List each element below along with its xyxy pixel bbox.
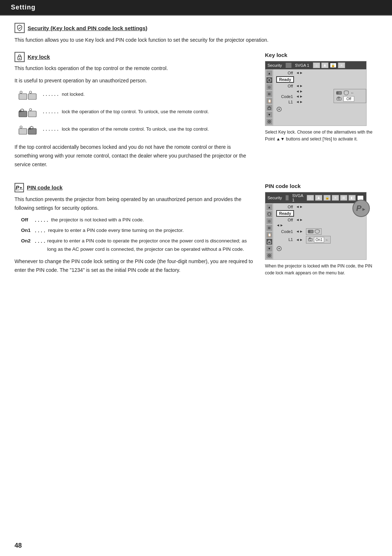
menu-row-off2: Off ◄► (276, 84, 363, 88)
menu-value-ready: Ready (276, 76, 294, 83)
pin-options-list: Off ..... the projector is not locked wi… (21, 216, 254, 254)
svg-point-41 (278, 248, 280, 249)
menu-icon-list: ≡ (338, 62, 345, 68)
pin-menu-body: ▲ ◎ ⊞ 📋 ▼ Off (265, 203, 366, 259)
keylock-icon-row-2: ...... lock the operation of the top con… (18, 107, 254, 120)
pin-key-on1: On1 (21, 226, 32, 235)
pin-menu-icon-5: ⊞ (340, 195, 347, 201)
pin-submenu-inline (306, 228, 322, 235)
svg-rect-35 (308, 230, 313, 233)
pin-menu-icons-bar: ⌂ ♟ 🔒 ≡ ⊞ ◧ P► (307, 195, 364, 201)
svg-point-1 (19, 58, 20, 59)
svg-rect-15 (19, 128, 27, 134)
keylock-icon-row-1: ...... not locked. (18, 90, 254, 103)
menu-arrow-3: ◄► (296, 89, 303, 93)
pin-menu-security-label: Security (268, 196, 282, 200)
page-header: Setting (0, 0, 392, 15)
pin-dots-on2: .... (34, 237, 45, 254)
menu-label-l1: L1 (276, 100, 294, 104)
sidebar-icon-2 (266, 77, 272, 83)
pin-sidebar-icon-3: ◎ (266, 218, 272, 224)
pin-desc-off: the projector is not locked with a PIN c… (51, 216, 144, 224)
remote-lock-icon (18, 125, 37, 138)
keylock-body3: If the top control accidentally becomes … (15, 143, 254, 169)
menu-arrow-1: ◄► (296, 71, 303, 75)
pin-desc-on2: require to enter a PIN code to operate t… (47, 237, 254, 254)
keylock-title-text: Key lock (28, 54, 50, 60)
keylock-caption: Select Key lock. Choose one of the alter… (265, 129, 377, 143)
menu-row-ready: Ready (276, 76, 363, 83)
pin-menu-row-off2: Off ◄► (276, 218, 363, 222)
submenu-dash: ← (351, 91, 354, 95)
menu-signal-label: SVGA 1 (295, 63, 309, 68)
pin-menu-label-off2: Off (276, 218, 294, 222)
pin-menu-icon-2: ♟ (315, 195, 322, 201)
pin-menu-row-code1: Code1 ◄► (276, 228, 363, 235)
svg-rect-32 (268, 241, 271, 244)
svg-point-6 (29, 91, 32, 93)
menu-label-code1: Code1 (276, 94, 294, 99)
pin-menu-header-bar: Security SVGA 1 ⌂ ♟ 🔒 ≡ ⊞ ◧ P► (265, 192, 366, 203)
svg-rect-11 (19, 110, 21, 112)
svg-point-16 (20, 126, 22, 128)
sidebar-icon-8 (266, 119, 272, 124)
sidebar-icon-1: ▲ (266, 70, 272, 76)
menu-icon1 (286, 63, 291, 68)
menu-icon-home: ⌂ (313, 62, 320, 68)
pin-dots-on1: .... (34, 226, 46, 235)
submenu-row-icon: ← (336, 90, 364, 95)
remote-lock-desc: ...... lock the operation of the remote … (42, 125, 209, 133)
svg-rect-22 (268, 107, 271, 110)
svg-rect-25 (336, 91, 342, 94)
not-locked-desc: ...... not locked. (42, 90, 85, 98)
pin-menu-row-circle (276, 246, 363, 252)
page-number: 48 (15, 542, 22, 549)
pin-menu-label-l1: L1 (276, 237, 294, 242)
svg-point-13 (29, 109, 32, 111)
pin-badge-overlay: P► (352, 200, 370, 217)
keylock-menu-screenshot: Security SVGA 1 ⌂ ♟ 🔒 ≡ ▲ ◎ (265, 61, 367, 126)
pin-menu-arrow-5: ◄► (296, 238, 303, 242)
menu-security-label: Security (268, 63, 282, 68)
menu-icon-person: ♟ (321, 62, 328, 68)
pin-option-on1: On1 .... require to enter a PIN code eve… (21, 226, 254, 235)
svg-point-34 (269, 255, 270, 256)
pin-body: This function prevents the projector fro… (15, 195, 254, 213)
menu-body: ▲ ◎ ⊞ 📋 ▼ (265, 69, 366, 126)
pin-title-text: PIN code lock (27, 184, 62, 191)
pin-menu-icon-3: 🔒 (323, 195, 331, 201)
keylock-body1: This function locks operation of the top… (15, 64, 254, 73)
pin-sidebar-icon-1: ▲ (266, 204, 272, 210)
pin-key-off: Off (21, 216, 32, 224)
pin-right-title: PIN code lock (265, 183, 377, 189)
keylock-icon-list: ...... not locked. (18, 90, 254, 138)
pin-sidebar-icon-8 (266, 253, 272, 258)
sidebar-icon-5: 📋 (266, 98, 272, 104)
top-lock-icon (18, 107, 37, 120)
pin-menu-screenshot: Security SVGA 1 ⌂ ♟ 🔒 ≡ ⊞ ◧ P► ▲ (265, 192, 367, 260)
pin-sidebar-icon-2 (266, 211, 272, 217)
pin-menu-main-area: Off ◄► Ready Off ◄► ◄► Code1 (273, 203, 366, 259)
top-lock-desc: ...... lock the operation of the top con… (42, 107, 209, 116)
not-locked-icon (18, 90, 37, 103)
security-section-title: Security (Key lock and PIN code lock set… (15, 23, 377, 33)
pin-menu-label-code1: Code1 (276, 229, 294, 234)
menu-icon-lock-active: 🔒 (330, 62, 337, 68)
pin-option-off: Off ..... the projector is not locked wi… (21, 216, 254, 224)
svg-rect-2 (19, 94, 27, 99)
pin-submenu-on1: On1 ← (306, 236, 331, 244)
header-title: Setting (11, 4, 36, 11)
submenu-off-value: Off (343, 96, 354, 102)
menu-main-area: Off ◄► Ready Off ◄► ◄► Code (273, 69, 366, 126)
pin-menu-row-l1: L1 ◄► On1 ← (276, 236, 363, 244)
submenu-row-off: Off (336, 96, 364, 102)
pin-sidebar-icon-7: ▼ (266, 246, 272, 252)
pin-desc-on1: require to enter a PIN code every time t… (48, 226, 184, 235)
svg-point-24 (269, 121, 270, 122)
menu-label-off2: Off (276, 84, 294, 88)
svg-point-29 (339, 99, 339, 100)
pin-menu-arrow-2: ◄► (296, 218, 303, 222)
pin-menu-arrow-4: ◄► (296, 229, 303, 233)
pin-caption: When the projector is locked with the PI… (265, 263, 377, 277)
svg-rect-12 (28, 111, 36, 117)
